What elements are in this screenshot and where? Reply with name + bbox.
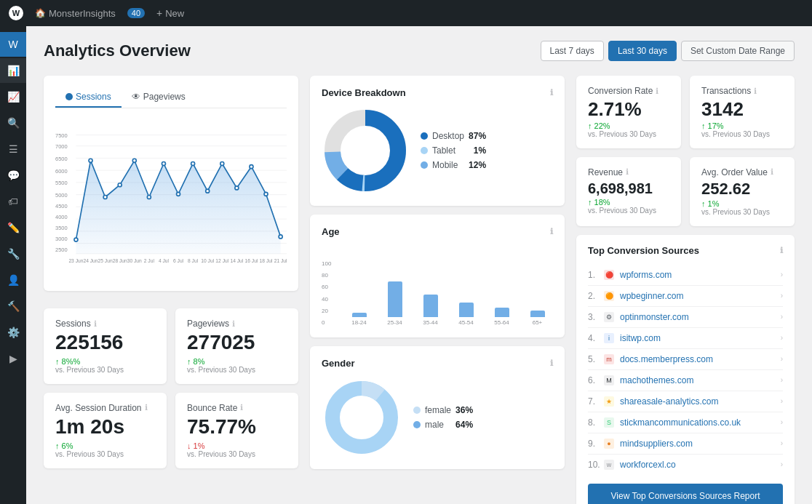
pageviews-tab-label: Pageviews — [143, 92, 186, 102]
sidebar-item-play[interactable]: ▶ — [0, 346, 26, 371]
chevron-icon-7[interactable]: › — [781, 397, 783, 405]
main-content: Analytics Overview Last 7 days Last 30 d… — [26, 26, 812, 504]
avg-session-stat-change: ↑ 6% — [55, 441, 155, 450]
sidebar-item-search[interactable]: 🔍 — [0, 111, 26, 135]
chevron-icon-3[interactable]: › — [781, 313, 783, 321]
gender-info-icon[interactable]: ℹ — [550, 359, 553, 368]
revenue-info-icon[interactable]: ℹ — [626, 167, 629, 177]
svg-text:6 Jul: 6 Jul — [173, 258, 184, 263]
conversion-item-6: 6. M machothemes.com › — [588, 370, 783, 391]
sidebar-item-wrench[interactable]: 🔨 — [0, 294, 26, 319]
middle-column: Device Breakdown ℹ — [310, 76, 565, 469]
pageviews-info-icon[interactable]: ℹ — [232, 319, 235, 329]
bounce-stat-value: 75.77% — [187, 416, 287, 439]
age-bar-18-24 — [352, 313, 367, 317]
bounce-info-icon[interactable]: ℹ — [240, 403, 243, 412]
conversion-rate-card: Conversion Rate ℹ 2.71% ↑ 22% vs. Previo… — [576, 76, 681, 148]
sidebar-item-tag[interactable]: 🏷 — [0, 189, 26, 214]
sidebar-item-reports[interactable]: 📈 — [0, 84, 26, 109]
desktop-legend-dot — [421, 132, 428, 140]
conversion-sources-info-icon[interactable]: ℹ — [780, 246, 783, 255]
tab-sessions[interactable]: Sessions — [55, 87, 122, 108]
svg-point-24 — [103, 195, 107, 199]
revenue-change: ↑ 18% — [588, 198, 669, 207]
sidebar-item-layers[interactable]: ☰ — [0, 137, 26, 161]
pageviews-stat-label: Pageviews ℹ — [187, 319, 287, 329]
svg-text:12 Jul: 12 Jul — [215, 258, 228, 263]
age-group-35-44: 35-44 — [415, 260, 446, 326]
chevron-icon-10[interactable]: › — [781, 460, 783, 468]
sidebar-item-gear[interactable]: ⚙️ — [0, 320, 26, 345]
chevron-icon-2[interactable]: › — [781, 292, 783, 300]
sidebar-item-pencil[interactable]: ✏️ — [0, 215, 26, 240]
revenue-value: 6,698,981 — [588, 180, 669, 196]
mindsuppliers-icon: ● — [604, 439, 614, 449]
svg-text:21 Jul: 21 Jul — [274, 258, 287, 263]
wp-logo[interactable]: W — [9, 6, 23, 20]
svg-text:18 Jul: 18 Jul — [260, 258, 273, 263]
chevron-icon-6[interactable]: › — [781, 376, 783, 384]
last-7-days-button[interactable]: Last 7 days — [541, 41, 604, 61]
svg-text:10 Jul: 10 Jul — [201, 258, 214, 263]
date-controls: Last 7 days Last 30 days Set Custom Date… — [541, 41, 795, 61]
last-30-days-button[interactable]: Last 30 days — [608, 41, 677, 61]
bounce-stat-label: Bounce Rate ℹ — [187, 403, 287, 413]
site-name: 🏠 MonsterInsights — [35, 8, 116, 19]
conversion-rate-value: 2.71% — [588, 99, 669, 120]
sidebar-item-chat[interactable]: 💬 — [0, 163, 26, 188]
age-bar-25-34 — [388, 281, 402, 318]
comment-badge[interactable]: 40 — [127, 8, 145, 18]
chevron-icon-1[interactable]: › — [781, 271, 783, 279]
conversion-item-4: 4. i isitwp.com › — [588, 328, 783, 349]
conversion-rate-info-icon[interactable]: ℹ — [656, 87, 658, 96]
svg-text:4500: 4500 — [55, 203, 68, 209]
age-label-35-44: 35-44 — [423, 319, 437, 326]
svg-point-28 — [162, 161, 165, 165]
sidebar-item-wp[interactable]: W — [0, 32, 26, 57]
chevron-icon-8[interactable]: › — [781, 418, 783, 426]
device-breakdown-card: Device Breakdown ℹ — [310, 76, 565, 206]
age-chart-container: 100 80 60 40 20 0 18-24 — [322, 246, 553, 326]
mobile-pct: 12% — [469, 160, 486, 170]
transactions-info-icon[interactable]: ℹ — [754, 87, 757, 96]
chevron-icon-9[interactable]: › — [781, 439, 783, 447]
age-info-icon[interactable]: ℹ — [550, 227, 553, 236]
revenue-label: Revenue ℹ — [588, 167, 669, 177]
svg-text:2500: 2500 — [55, 247, 68, 253]
mobile-legend-dot — [421, 161, 428, 169]
avg-order-info-icon[interactable]: ℹ — [771, 167, 773, 177]
sidebar-item-user[interactable]: 👤 — [0, 268, 26, 292]
content-grid: Sessions 👁 Pageviews 7500 7000 6500 60 — [44, 76, 795, 504]
male-legend-item: male 64% — [413, 420, 473, 430]
stats-grid: Sessions ℹ 225156 ↑ 8%% vs. Previous 30 … — [44, 308, 298, 468]
age-group-25-34: 25-34 — [379, 260, 410, 326]
bounce-stat-vs: vs. Previous 30 Days — [187, 450, 287, 458]
svg-text:4000: 4000 — [55, 214, 68, 220]
bounce-stat-change: ↓ 1% — [187, 441, 287, 450]
avg-session-stat-vs: vs. Previous 30 Days — [55, 450, 155, 458]
svg-text:4 Jul: 4 Jul — [159, 258, 170, 263]
chevron-icon-4[interactable]: › — [781, 334, 783, 342]
age-label-25-34: 25-34 — [387, 319, 402, 326]
wpbeginner-icon: 🟠 — [604, 291, 614, 301]
age-bar-65plus — [530, 311, 545, 317]
optinmonster-icon: ⚙ — [604, 312, 614, 322]
age-label-45-54: 45-54 — [458, 319, 473, 326]
new-button[interactable]: + New — [156, 7, 184, 19]
tab-pageviews[interactable]: 👁 Pageviews — [122, 87, 196, 108]
chevron-icon-5[interactable]: › — [781, 355, 783, 363]
sessions-stat-card: Sessions ℹ 225156 ↑ 8%% vs. Previous 30 … — [44, 308, 167, 384]
sessions-info-icon[interactable]: ℹ — [94, 319, 97, 329]
sidebar-item-analytics[interactable]: 📊 — [0, 58, 26, 83]
age-y-axis: 100 80 60 40 20 0 — [322, 260, 338, 326]
svg-point-32 — [220, 161, 224, 165]
custom-date-button[interactable]: Set Custom Date Range — [681, 41, 795, 61]
avg-session-info-icon[interactable]: ℹ — [145, 403, 148, 412]
wpforms-icon: 🔴 — [604, 270, 614, 280]
svg-text:2 Jul: 2 Jul — [144, 258, 155, 263]
view-report-button[interactable]: View Top Conversions Sources Report — [588, 484, 783, 504]
svg-point-36 — [279, 235, 282, 239]
device-info-icon[interactable]: ℹ — [550, 88, 553, 97]
sidebar-item-tools[interactable]: 🔧 — [0, 241, 26, 266]
transactions-label: Transactions ℹ — [701, 86, 783, 96]
